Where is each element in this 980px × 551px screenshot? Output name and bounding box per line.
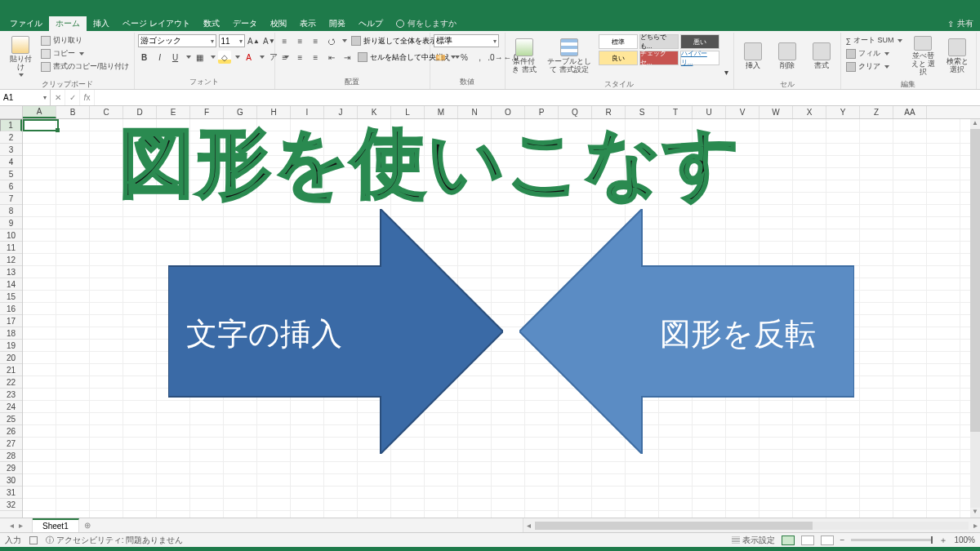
- h-scroll-thumb[interactable]: [535, 522, 813, 530]
- column-header-K[interactable]: K: [358, 106, 391, 118]
- column-header-H[interactable]: H: [257, 106, 291, 118]
- column-header-F[interactable]: F: [190, 106, 224, 118]
- border-button[interactable]: ▦: [194, 51, 207, 64]
- row-header-3[interactable]: 3: [0, 144, 22, 156]
- row-header-26[interactable]: 26: [0, 425, 22, 438]
- style-bad[interactable]: 悪い: [680, 34, 719, 49]
- tab-page-layout[interactable]: ページ レイアウト: [116, 16, 197, 31]
- row-header-6[interactable]: 6: [0, 180, 22, 193]
- tab-view[interactable]: 表示: [293, 16, 323, 31]
- row-header-15[interactable]: 15: [0, 291, 22, 303]
- row-header-30[interactable]: 30: [0, 474, 22, 487]
- row-header-1[interactable]: 1: [0, 119, 22, 131]
- row-header-23[interactable]: 23: [0, 389, 22, 401]
- view-page-layout-button[interactable]: [801, 535, 814, 545]
- column-header-L[interactable]: L: [391, 106, 425, 118]
- column-header-B[interactable]: B: [56, 106, 90, 118]
- insert-function-button[interactable]: fx: [80, 90, 95, 105]
- font-size-select[interactable]: 11 ▾: [219, 34, 245, 47]
- style-check[interactable]: チェック セ...: [639, 51, 679, 65]
- align-top-button[interactable]: ≡: [278, 34, 292, 47]
- column-header-N[interactable]: N: [458, 106, 492, 118]
- clear-button[interactable]: クリア: [844, 60, 905, 73]
- copy-button[interactable]: コピー: [39, 47, 131, 60]
- align-left-button[interactable]: ≡: [278, 51, 292, 64]
- name-box[interactable]: A1 ▾: [0, 90, 51, 105]
- row-header-25[interactable]: 25: [0, 413, 22, 425]
- row-header-4[interactable]: 4: [0, 156, 22, 168]
- row-header-18[interactable]: 18: [0, 327, 22, 340]
- column-header-Y[interactable]: Y: [826, 106, 860, 118]
- active-cell-A1[interactable]: [23, 119, 59, 131]
- row-header-7[interactable]: 7: [0, 193, 22, 205]
- row-header-17[interactable]: 17: [0, 315, 22, 327]
- column-header-E[interactable]: E: [157, 106, 190, 118]
- view-normal-button[interactable]: [782, 535, 795, 545]
- zoom-out-button[interactable]: −: [840, 535, 845, 544]
- right-arrow-shape[interactable]: 文字の挿入: [168, 209, 503, 454]
- row-header-5[interactable]: 5: [0, 168, 22, 180]
- row-header-28[interactable]: 28: [0, 450, 22, 462]
- style-neutral[interactable]: どちらでも...: [639, 34, 679, 49]
- row-header-11[interactable]: 11: [0, 242, 22, 254]
- add-sheet-button[interactable]: ⊕: [79, 518, 96, 532]
- increase-font-button[interactable]: A▲: [247, 34, 261, 47]
- style-standard[interactable]: 標準: [599, 34, 638, 49]
- confirm-formula-button[interactable]: ✓: [65, 90, 80, 105]
- tab-developer[interactable]: 開発: [323, 16, 352, 31]
- row-header-21[interactable]: 21: [0, 364, 22, 376]
- v-scroll-thumb[interactable]: [970, 129, 980, 432]
- row-header-16[interactable]: 16: [0, 303, 22, 315]
- increase-indent-button[interactable]: ⇥: [341, 51, 354, 64]
- tab-file[interactable]: ファイル: [3, 16, 49, 31]
- decrease-indent-button[interactable]: ⇤: [325, 51, 338, 64]
- row-header-2[interactable]: 2: [0, 131, 22, 144]
- column-header-C[interactable]: C: [90, 106, 123, 118]
- number-format-select[interactable]: 標準 ▾: [434, 34, 499, 47]
- v-scroll-track[interactable]: [970, 129, 980, 508]
- column-header-M[interactable]: M: [425, 106, 458, 118]
- row-header-32[interactable]: 32: [0, 499, 22, 511]
- cut-button[interactable]: 切り取り: [39, 34, 131, 47]
- zoom-in-button[interactable]: ＋: [939, 535, 947, 546]
- scroll-up-arrow-icon[interactable]: ▲: [970, 119, 980, 129]
- underline-button[interactable]: U: [169, 51, 182, 64]
- zoom-level[interactable]: 100%: [954, 535, 975, 544]
- decrease-font-button[interactable]: A▼: [263, 34, 276, 47]
- accessibility-status[interactable]: ⓘ アクセシビリティ: 問題ありません: [46, 535, 183, 546]
- find-select-button[interactable]: 検索と 選択: [942, 34, 973, 78]
- column-header-P[interactable]: P: [525, 106, 559, 118]
- font-color-button[interactable]: A: [243, 51, 256, 64]
- bold-button[interactable]: B: [138, 51, 151, 64]
- scroll-down-arrow-icon[interactable]: ▼: [970, 508, 980, 518]
- tab-home[interactable]: ホーム: [49, 16, 87, 31]
- delete-cells-button[interactable]: 削除: [772, 34, 803, 78]
- sheet-tab-sheet1[interactable]: Sheet1: [33, 518, 79, 532]
- tab-data[interactable]: データ: [226, 16, 264, 31]
- column-header-X[interactable]: X: [793, 106, 826, 118]
- display-settings-button[interactable]: ▤ 表示設定: [732, 535, 775, 546]
- row-header-29[interactable]: 29: [0, 462, 22, 474]
- italic-button[interactable]: I: [154, 51, 167, 64]
- fill-color-button[interactable]: ◇: [218, 51, 231, 64]
- sheet-nav[interactable]: ◂ ▸: [0, 518, 33, 532]
- conditional-formatting-button[interactable]: 条件付き 書式: [509, 34, 541, 78]
- scroll-left-arrow-icon[interactable]: ◂: [523, 521, 533, 530]
- sort-filter-button[interactable]: 並べ替えと 選択: [907, 34, 938, 78]
- view-page-break-button[interactable]: [821, 535, 834, 545]
- row-header-13[interactable]: 13: [0, 266, 22, 278]
- fill-button[interactable]: フィル: [844, 47, 905, 60]
- align-center-button[interactable]: ≡: [294, 51, 307, 64]
- cells-area[interactable]: 図形を使いこなす 文字の挿入 図形を反転: [23, 119, 980, 518]
- styles-more-button[interactable]: ▾: [723, 65, 730, 78]
- column-header-O[interactable]: O: [492, 106, 525, 118]
- left-arrow-shape[interactable]: 図形を反転: [519, 209, 854, 454]
- row-header-10[interactable]: 10: [0, 229, 22, 242]
- increase-decimal-button[interactable]: .0→: [489, 51, 502, 64]
- style-good[interactable]: 良い: [599, 51, 638, 65]
- row-header-12[interactable]: 12: [0, 254, 22, 266]
- row-header-27[interactable]: 27: [0, 438, 22, 450]
- macro-record-icon[interactable]: [29, 536, 38, 544]
- row-header-9[interactable]: 9: [0, 217, 22, 229]
- tab-formulas[interactable]: 数式: [197, 16, 226, 31]
